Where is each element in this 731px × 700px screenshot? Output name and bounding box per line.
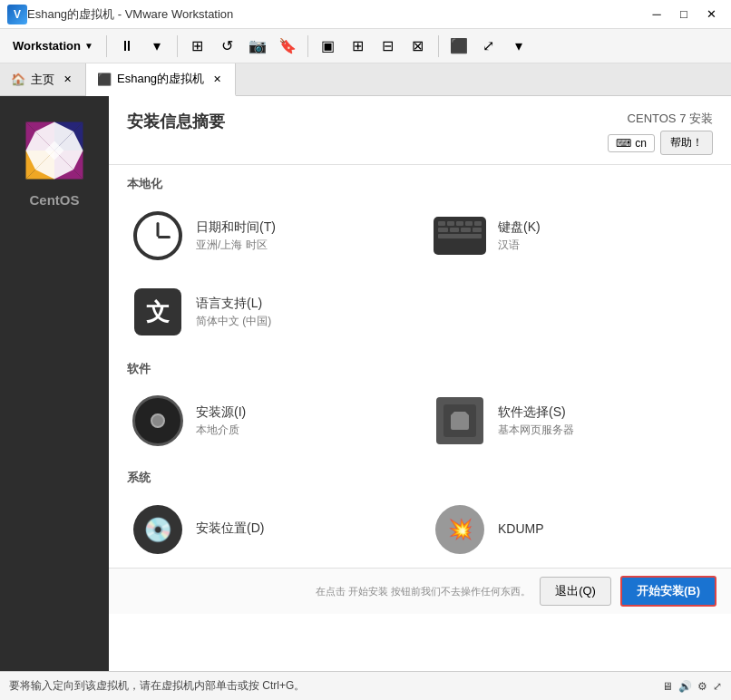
help-button[interactable]: 帮助！ bbox=[660, 131, 713, 155]
kdump-card[interactable]: 💥 KDUMP bbox=[420, 491, 722, 568]
tab-home[interactable]: 🏠 主页 ✕ bbox=[0, 63, 86, 95]
menu-bar: Workstation ▼ ⏸ ▾ ⊞ ↺ 📷 🔖 ▣ ⊞ ⊟ ⊠ ⬛ ⤢ ▾ bbox=[0, 29, 731, 63]
net-icon[interactable]: 🖥 bbox=[662, 680, 673, 693]
pause-button[interactable]: ⏸ bbox=[112, 33, 141, 60]
action-area: 在点击 开始安装 按钮前我们不去操作任何东西。 退出(Q) 开始安装(B) bbox=[109, 568, 731, 614]
pause-dropdown[interactable]: ▾ bbox=[142, 33, 171, 60]
terminal-button[interactable]: ⬛ bbox=[444, 33, 473, 60]
install-button[interactable]: 开始安装(B) bbox=[620, 576, 716, 607]
centos-logo bbox=[18, 114, 91, 187]
title-bar: V Eshang的虚拟机 - VMware Workstation ─ □ ✕ bbox=[0, 0, 731, 29]
system-label: 系统 bbox=[109, 459, 731, 491]
localization-label: 本地化 bbox=[109, 165, 731, 198]
vm-settings-button[interactable]: ⊞ bbox=[183, 33, 212, 60]
fullscreen-dropdown[interactable]: ▾ bbox=[504, 33, 533, 60]
language-title: 语言支持(L) bbox=[196, 296, 271, 312]
home-icon: 🏠 bbox=[11, 73, 25, 86]
tab-bar: 🏠 主页 ✕ ⬛ Eshang的虚拟机 ✕ bbox=[0, 63, 731, 96]
screen1-button[interactable]: ▣ bbox=[314, 33, 343, 60]
fullscreen-button[interactable]: ⤢ bbox=[474, 33, 503, 60]
workstation-label: Workstation bbox=[13, 39, 81, 53]
centos7-label: CENTOS 7 安装 bbox=[628, 111, 713, 127]
toolbar-group-2: ⊞ ↺ 📷 🔖 bbox=[183, 33, 302, 60]
tab-home-close[interactable]: ✕ bbox=[60, 73, 74, 87]
install-right: CENTOS 7 安装 ⌨ cn 帮助！ bbox=[608, 111, 713, 155]
keyboard-info: 键盘(K) 汉语 bbox=[498, 219, 541, 253]
status-bar: 要将输入定向到该虚拟机，请在虚拟机内部单击或按 Ctrl+G。 🖥 🔊 ⚙ ⤢ bbox=[0, 671, 731, 700]
maximize-button[interactable]: □ bbox=[671, 5, 697, 24]
language-subtitle: 简体中文 (中国) bbox=[196, 314, 271, 329]
language-info: 语言支持(L) 简体中文 (中国) bbox=[196, 296, 271, 329]
datetime-subtitle: 亚洲/上海 时区 bbox=[196, 238, 276, 253]
tab-vm-close[interactable]: ✕ bbox=[210, 72, 224, 86]
tab-home-label: 主页 bbox=[31, 72, 54, 88]
screen2-button[interactable]: ⊞ bbox=[344, 33, 373, 60]
vm-area: CentOS 安装信息摘要 CENTOS 7 安装 ⌨ cn 帮助！ bbox=[0, 96, 731, 671]
kdump-info: KDUMP bbox=[498, 521, 544, 538]
software-selection-title: 软件选择(S) bbox=[498, 404, 574, 421]
location-icon: 💿 bbox=[131, 502, 185, 557]
divider4 bbox=[438, 35, 439, 57]
keyboard-small-icon: ⌨ bbox=[616, 137, 631, 150]
install-header: 安装信息摘要 CENTOS 7 安装 ⌨ cn 帮助！ bbox=[109, 96, 731, 165]
revert-button[interactable]: ↺ bbox=[213, 33, 242, 60]
keyboard-subtitle: 汉语 bbox=[498, 238, 541, 253]
minimize-button[interactable]: ─ bbox=[644, 5, 669, 24]
kdump-icon: 💥 bbox=[433, 502, 487, 557]
screen4-button[interactable]: ⊠ bbox=[404, 33, 433, 60]
status-message: 要将输入定向到该虚拟机，请在虚拟机内部单击或按 Ctrl+G。 bbox=[9, 678, 305, 694]
fullscreen-status-icon[interactable]: ⤢ bbox=[713, 680, 722, 693]
vm-content: 安装信息摘要 CENTOS 7 安装 ⌨ cn 帮助！ 本地化 bbox=[109, 96, 731, 671]
toolbar-group-1: ⏸ ▾ bbox=[112, 33, 171, 60]
snapshot1-button[interactable]: 📷 bbox=[243, 33, 272, 60]
centos-text: CentOS bbox=[29, 192, 79, 208]
software-selection-card[interactable]: 软件选择(S) 基本网页服务器 bbox=[420, 383, 722, 459]
datetime-info: 日期和时间(T) 亚洲/上海 时区 bbox=[196, 219, 276, 253]
divider2 bbox=[177, 35, 178, 57]
localization-grid: 日期和时间(T) 亚洲/上海 时区 bbox=[109, 198, 731, 350]
close-button[interactable]: ✕ bbox=[698, 5, 724, 24]
keyboard-card[interactable]: 键盘(K) 汉语 bbox=[420, 198, 722, 274]
kdump-title: KDUMP bbox=[498, 521, 544, 536]
software-selection-subtitle: 基本网页服务器 bbox=[498, 423, 574, 438]
vmware-icon: V bbox=[7, 5, 27, 24]
datetime-title: 日期和时间(T) bbox=[196, 219, 276, 236]
tab-vm-label: Eshang的虚拟机 bbox=[117, 71, 204, 87]
install-source-card[interactable]: 安装源(I) 本地介质 bbox=[118, 383, 420, 459]
action-note: 在点击 开始安装 按钮前我们不去操作任何东西。 bbox=[316, 585, 531, 598]
install-source-info: 安装源(I) 本地介质 bbox=[196, 404, 246, 438]
disc-icon bbox=[131, 394, 185, 448]
speaker-icon[interactable]: 🔊 bbox=[678, 680, 692, 693]
toolbar-group-3: ▣ ⊞ ⊟ ⊠ bbox=[314, 33, 433, 60]
window-title: Eshang的虚拟机 - VMware Workstation bbox=[27, 6, 644, 23]
keyboard-icon bbox=[433, 209, 487, 263]
system-grid: 💿 安装位置(D) 💥 KDU bbox=[109, 491, 731, 568]
language-card[interactable]: 文 语言支持(L) 简体中文 (中国) bbox=[118, 274, 420, 350]
language-icon: 文 bbox=[131, 285, 185, 339]
software-selection-info: 软件选择(S) 基本网页服务器 bbox=[498, 404, 574, 438]
vm-tab-icon: ⬛ bbox=[97, 73, 112, 86]
settings-icon[interactable]: ⚙ bbox=[697, 680, 707, 693]
exit-button[interactable]: 退出(Q) bbox=[540, 577, 611, 606]
workstation-menu[interactable]: Workstation ▼ bbox=[5, 35, 101, 56]
datetime-icon bbox=[131, 209, 185, 263]
dropdown-arrow-icon: ▼ bbox=[84, 41, 93, 51]
datetime-card[interactable]: 日期和时间(T) 亚洲/上海 时区 bbox=[118, 198, 420, 274]
cn-badge: ⌨ cn bbox=[608, 134, 655, 152]
bottom-icons: 🖥 🔊 ⚙ ⤢ bbox=[662, 680, 722, 693]
vm-sidebar: CentOS bbox=[0, 96, 109, 671]
install-dest-title: 安装位置(D) bbox=[196, 520, 264, 537]
install-summary: 安装信息摘要 CENTOS 7 安装 ⌨ cn 帮助！ 本地化 bbox=[109, 96, 731, 614]
install-dest-card[interactable]: 💿 安装位置(D) bbox=[118, 491, 420, 568]
screen3-button[interactable]: ⊟ bbox=[374, 33, 403, 60]
keyboard-title: 键盘(K) bbox=[498, 219, 541, 236]
install-summary-title: 安装信息摘要 bbox=[127, 111, 225, 132]
software-label: 软件 bbox=[109, 350, 731, 383]
install-source-subtitle: 本地介质 bbox=[196, 423, 246, 438]
install-dest-info: 安装位置(D) bbox=[196, 520, 264, 539]
snapshot2-button[interactable]: 🔖 bbox=[273, 33, 302, 60]
centos-svg-icon bbox=[23, 119, 86, 182]
install-source-title: 安装源(I) bbox=[196, 404, 246, 421]
toolbar-group-4: ⬛ ⤢ ▾ bbox=[444, 33, 533, 60]
tab-vm[interactable]: ⬛ Eshang的虚拟机 ✕ bbox=[86, 63, 236, 96]
